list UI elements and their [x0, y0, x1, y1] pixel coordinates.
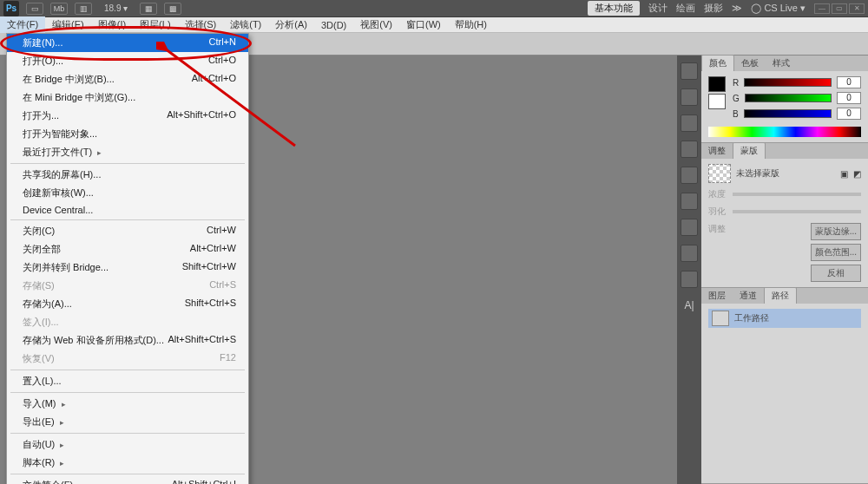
menu-item-label: 打开为... [23, 109, 59, 122]
menu-item-label: 共享我的屏幕(H)... [23, 168, 101, 181]
menu-item-shortcut: Ctrl+W [207, 225, 236, 238]
masks-panel: 调整 蒙版 未选择蒙版 ▣ ◩ 浓度 羽化 调整 蒙版边缘... 颜色范围... [701, 143, 868, 288]
slider-r[interactable] [744, 78, 832, 87]
spectrum-ramp[interactable] [708, 127, 861, 137]
layout-icon-3[interactable]: ▥ [75, 3, 92, 15]
menu-help[interactable]: 帮助(H) [448, 16, 494, 33]
nav-icon[interactable] [681, 219, 698, 236]
character-icon[interactable] [681, 167, 698, 184]
menu-layer[interactable]: 图层(L) [133, 16, 177, 33]
vector-mask-icon[interactable]: ◩ [853, 169, 861, 179]
menu-item-label: 文件简介(F)... [23, 479, 81, 484]
menu-item-label: 在 Mini Bridge 中浏览(G)... [23, 91, 135, 104]
layout-icon-2[interactable]: Mb [50, 3, 68, 15]
text-icon[interactable]: A| [681, 297, 698, 314]
file-menu-item[interactable]: 打开为智能对象... [7, 125, 248, 143]
file-menu-item[interactable]: 创建新审核(W)... [7, 184, 248, 202]
pixel-mask-icon[interactable]: ▣ [840, 169, 848, 179]
file-menu-item[interactable]: 关闭并转到 Bridge...Shift+Ctrl+W [7, 258, 248, 277]
tab-color[interactable]: 颜色 [701, 55, 734, 71]
menu-item-shortcut: Shift+Ctrl+S [185, 298, 236, 311]
menu-select[interactable]: 选择(S) [178, 16, 224, 33]
menu-filter[interactable]: 滤镜(T) [223, 16, 268, 33]
value-r[interactable]: 0 [837, 76, 861, 88]
tab-swatches[interactable]: 色板 [734, 56, 766, 71]
background-swatch[interactable] [708, 94, 726, 109]
menu-view[interactable]: 视图(V) [353, 16, 399, 33]
menu-3d[interactable]: 3D(D) [314, 18, 353, 32]
tab-channels[interactable]: 通道 [733, 288, 764, 304]
workspace-more-icon[interactable]: ≫ [732, 3, 742, 14]
history-icon[interactable] [681, 62, 698, 80]
mask-thumb-icon[interactable] [708, 164, 731, 183]
invert-button[interactable]: 反相 [811, 265, 861, 282]
slider-b[interactable] [744, 109, 832, 118]
file-menu-item[interactable]: 导出(E) [7, 413, 248, 431]
dock-tool-strip: A| [677, 56, 701, 484]
slider-g[interactable] [745, 94, 832, 102]
measure-icon[interactable] [681, 245, 698, 262]
file-menu-item[interactable]: 最近打开文件(T) [7, 143, 248, 161]
color-range-button[interactable]: 颜色范围... [811, 244, 861, 261]
file-menu-item[interactable]: 新建(N)...Ctrl+N [7, 34, 248, 52]
label-adjust: 调整 [708, 223, 726, 282]
layout-icon-1[interactable]: ▭ [26, 3, 43, 15]
file-menu-item[interactable]: 存储为(A)...Shift+Ctrl+S [7, 295, 248, 313]
workspace-basic-button[interactable]: 基本功能 [588, 1, 640, 16]
slider-feather[interactable] [733, 210, 861, 213]
workspace-photo[interactable]: 摄影 [704, 2, 723, 15]
menu-item-label: 关闭(C) [23, 225, 55, 238]
menu-item-label: 新建(N)... [23, 36, 62, 49]
tab-styles[interactable]: 样式 [766, 56, 797, 71]
paragraph-icon[interactable] [681, 141, 698, 158]
tab-layers[interactable]: 图层 [701, 288, 733, 304]
file-menu-item[interactable]: 打开为...Alt+Shift+Ctrl+O [7, 107, 248, 125]
menu-image[interactable]: 图像(I) [91, 16, 133, 33]
menu-separator [10, 163, 245, 164]
workspace-paint[interactable]: 绘画 [676, 2, 695, 15]
file-menu-item[interactable]: 置入(L)... [7, 372, 248, 390]
file-menu-item[interactable]: 存储为 Web 和设备所用格式(D)...Alt+Shift+Ctrl+S [7, 331, 248, 350]
window-maximize-icon[interactable]: ▭ [832, 3, 847, 14]
value-g[interactable]: 0 [837, 92, 861, 104]
tab-paths[interactable]: 路径 [764, 287, 797, 304]
value-b[interactable]: 0 [837, 108, 861, 120]
zoom-level[interactable]: 18.9 ▾ [104, 3, 128, 13]
path-item[interactable]: 工作路径 [708, 309, 861, 328]
menu-separator [10, 219, 245, 220]
file-menu-item[interactable]: 关闭全部Alt+Ctrl+W [7, 240, 248, 258]
menu-window[interactable]: 窗口(W) [399, 16, 448, 33]
mask-edge-button[interactable]: 蒙版边缘... [811, 223, 861, 240]
file-menu-item[interactable]: Device Central... [7, 202, 248, 218]
file-menu-item[interactable]: 导入(M) [7, 395, 248, 413]
file-menu-item[interactable]: 在 Bridge 中浏览(B)...Alt+Ctrl+O [7, 70, 248, 88]
file-menu-item[interactable]: 关闭(C)Ctrl+W [7, 222, 248, 240]
view-icon-1[interactable]: ▦ [140, 3, 157, 15]
file-menu-item[interactable]: 共享我的屏幕(H)... [7, 166, 248, 184]
workspace-design[interactable]: 设计 [648, 2, 667, 15]
fgbg-swatches[interactable] [708, 76, 726, 109]
menu-item-label: 脚本(R) [23, 456, 64, 469]
brush-icon[interactable] [681, 88, 698, 106]
menu-analysis[interactable]: 分析(A) [268, 16, 314, 33]
tab-adjustments[interactable]: 调整 [701, 143, 733, 159]
window-minimize-icon[interactable]: — [814, 3, 830, 14]
cs-live-button[interactable]: ◯ CS Live ▾ [751, 3, 806, 14]
foreground-swatch[interactable] [708, 76, 726, 92]
view-icon-2[interactable]: ▩ [164, 3, 181, 15]
window-close-icon[interactable]: ✕ [849, 3, 865, 14]
menu-file[interactable]: 文件(F) [0, 16, 45, 33]
file-menu-item[interactable]: 在 Mini Bridge 中浏览(G)... [7, 88, 248, 107]
menu-edit[interactable]: 编辑(E) [45, 16, 91, 33]
tab-masks[interactable]: 蒙版 [733, 142, 766, 159]
file-menu-item[interactable]: 打开(O)...Ctrl+O [7, 52, 248, 70]
file-menu-item[interactable]: 脚本(R) [7, 454, 248, 472]
slider-density[interactable] [733, 193, 861, 196]
clone-icon[interactable] [681, 114, 698, 132]
actions-icon[interactable] [681, 271, 698, 288]
info-icon[interactable] [681, 193, 698, 210]
file-menu-item[interactable]: 自动(U) [7, 435, 248, 454]
file-menu-item[interactable]: 文件简介(F)...Alt+Shift+Ctrl+I [7, 476, 248, 484]
menu-item-label: 在 Bridge 中浏览(B)... [23, 73, 115, 86]
menu-item-label: 最近打开文件(T) [23, 146, 102, 159]
